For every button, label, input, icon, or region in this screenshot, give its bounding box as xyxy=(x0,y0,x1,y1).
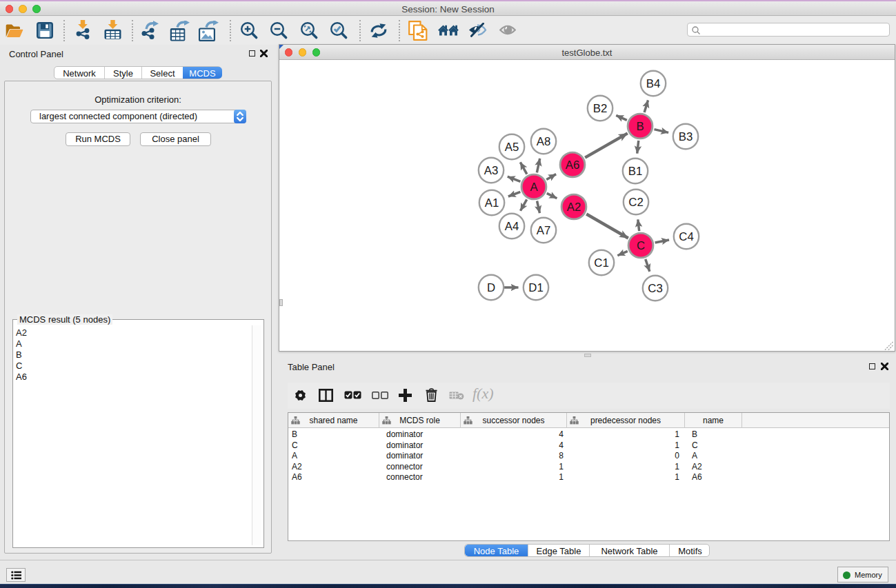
svg-text:A7: A7 xyxy=(537,224,551,237)
svg-text:D1: D1 xyxy=(528,281,543,294)
svg-text:B3: B3 xyxy=(679,130,693,143)
svg-text:A5: A5 xyxy=(505,141,519,154)
svg-text:B: B xyxy=(636,120,644,133)
svg-text:A1: A1 xyxy=(485,196,499,210)
svg-text:B4: B4 xyxy=(646,77,661,90)
svg-text:C: C xyxy=(637,239,645,252)
svg-text:A: A xyxy=(530,181,538,194)
svg-text:B1: B1 xyxy=(628,165,643,178)
svg-text:C4: C4 xyxy=(679,230,693,243)
svg-text:B2: B2 xyxy=(593,102,608,115)
svg-text:A6: A6 xyxy=(566,159,580,172)
svg-text:D: D xyxy=(487,281,495,294)
svg-text:A4: A4 xyxy=(505,220,519,233)
svg-text:C2: C2 xyxy=(628,196,643,209)
svg-text:A3: A3 xyxy=(484,164,499,177)
svg-text:C1: C1 xyxy=(594,256,608,270)
svg-text:A2: A2 xyxy=(567,201,581,214)
svg-text:A8: A8 xyxy=(537,135,551,148)
svg-text:C3: C3 xyxy=(648,282,662,295)
